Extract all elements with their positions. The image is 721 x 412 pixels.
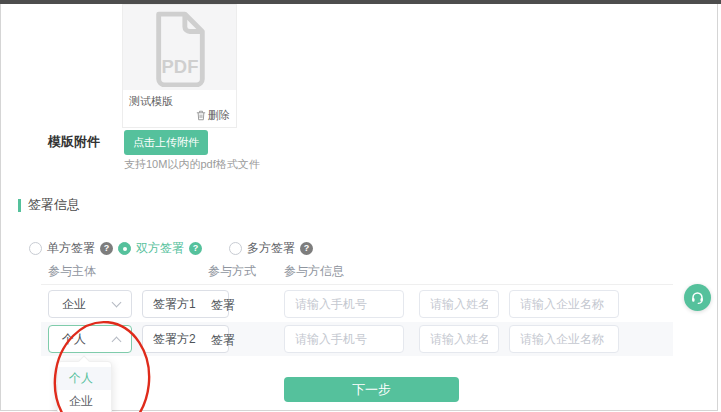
dropdown-arrow [78, 355, 89, 366]
pdf-file-icon: PDF [148, 9, 212, 87]
upload-attachment-button[interactable]: 点击上传附件 [124, 130, 208, 155]
subject-dropdown-menu: 个人 企业 [57, 361, 112, 412]
subject-select-row2[interactable]: 个人 [48, 325, 132, 353]
trash-icon [196, 110, 206, 121]
phone-input-row2[interactable] [284, 325, 404, 353]
method-text-row1: 签署 [211, 297, 235, 314]
page-frame: PDF 测试模版 删除 模版附件 点击上传附件 支持10M以内的pdf格式文件 … [0, 0, 718, 411]
delete-file-label: 删除 [208, 108, 230, 123]
headset-icon [690, 290, 705, 305]
subject-select-row1[interactable]: 企业 [48, 290, 132, 318]
person-name-input-row2[interactable] [419, 325, 499, 353]
radio-single-party-sign[interactable]: 单方签署 ? [29, 240, 113, 257]
customer-service-button[interactable] [684, 284, 711, 311]
window-top-bar [0, 0, 721, 4]
radio-label: 双方签署 [136, 240, 184, 257]
help-question-icon[interactable]: ? [300, 242, 313, 255]
chevron-down-icon [112, 298, 122, 308]
section-title: 签署信息 [28, 196, 80, 214]
column-header-party-info: 参与方信息 [284, 263, 344, 280]
radio-label: 单方签署 [47, 240, 95, 257]
template-attachment-label: 模版附件 [48, 133, 100, 151]
uploaded-file-card: PDF 测试模版 删除 [122, 4, 237, 128]
pdf-preview: PDF [123, 5, 236, 90]
next-step-button[interactable]: 下一步 [284, 377, 459, 402]
help-question-icon[interactable]: ? [189, 242, 202, 255]
subject-select-value: 个人 [62, 331, 86, 348]
file-name: 测试模版 [123, 90, 236, 109]
radio-icon [229, 242, 242, 255]
company-name-input-row2[interactable] [509, 325, 619, 353]
column-header-subject: 参与主体 [48, 263, 96, 280]
table-divider [41, 284, 673, 285]
upload-hint: 支持10M以内的pdf格式文件 [124, 157, 260, 172]
radio-icon [29, 242, 42, 255]
column-header-method: 参与方式 [208, 263, 256, 280]
radio-label: 多方签署 [247, 240, 295, 257]
radio-two-party-sign[interactable]: 双方签署 ? [118, 240, 202, 257]
section-accent-bar [18, 199, 21, 212]
method-text-row2: 签署 [211, 332, 235, 349]
sign-info-section-header: 签署信息 [18, 196, 80, 214]
radio-multi-party-sign[interactable]: 多方签署 ? [229, 240, 313, 257]
dropdown-option-personal[interactable]: 个人 [58, 367, 111, 390]
person-name-input-row1[interactable] [419, 290, 499, 318]
radio-icon [118, 242, 131, 255]
chevron-up-icon [112, 337, 122, 347]
svg-text:PDF: PDF [161, 56, 198, 77]
company-name-input-row1[interactable] [509, 290, 619, 318]
phone-input-row1[interactable] [284, 290, 404, 318]
subject-select-value: 企业 [62, 296, 86, 313]
dropdown-option-enterprise[interactable]: 企业 [58, 390, 111, 412]
help-question-icon[interactable]: ? [100, 242, 113, 255]
delete-file-button[interactable]: 删除 [196, 108, 230, 123]
